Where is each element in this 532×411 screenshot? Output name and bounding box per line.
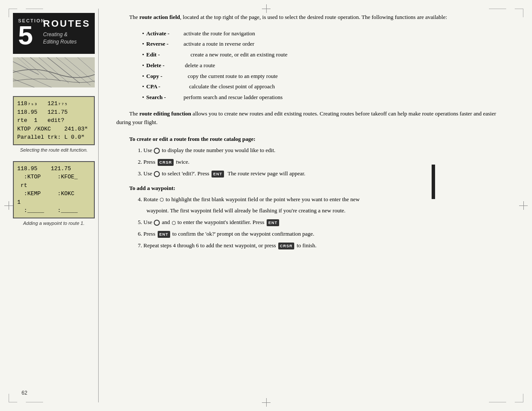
lcd1-line3: KTOP /KOKC 241.03ᴹ (17, 125, 90, 134)
lcd1-line4: Parallel trk: L 0.0ᴹ (17, 133, 90, 142)
ent-badge-3: ENT (158, 231, 170, 238)
list-item: • CPA - calculate the closest point of a… (142, 81, 510, 92)
page-number: 62 (22, 390, 27, 396)
waypoint-heading: To add a waypoint: (129, 185, 510, 192)
crosshair-bottom (262, 398, 271, 407)
step-4-cont: waypoint. The first waypoint field will … (146, 206, 510, 215)
left-panel: SECTION 5 ROUTES Creating & Editing Rout… (0, 0, 99, 411)
list-item: • Reverse - activate a route in reverse … (142, 39, 510, 50)
lcd1-line1: 118.95 121.75 (17, 108, 90, 117)
corner-mark-tr (515, 9, 523, 17)
step-6: 6. Press ENT to confirm the 'ok?' prompt… (138, 230, 510, 239)
ent-badge-2: ENT (267, 219, 279, 226)
step-7: 7. Repeat steps 4 through 6 to add the n… (138, 241, 510, 250)
lcd2-line1: 118.95 121.75 (17, 165, 90, 173)
intro-paragraph: The route action field, located at the t… (116, 13, 510, 22)
crsr-badge-2: CRSR (278, 243, 295, 249)
lcd-screen-1: 118₇ₛ₃ 121₇₇₅ 118.95 121.75 rte 1 edit? … (13, 96, 95, 145)
hline-top-left (26, 9, 43, 9)
list-item: • Delete - delete a route (142, 60, 510, 71)
corner-mark-bl (9, 394, 17, 402)
panel-divider (98, 9, 99, 402)
step-1: 1. Use to display the route number you w… (138, 146, 510, 155)
step-3: 3. Use to select 'edit?'. Press ENT The … (138, 169, 510, 178)
list-item: • Search - perform search and rescue lad… (142, 92, 510, 103)
step-2: 2. Press CRSR twice. (138, 158, 510, 167)
ent-badge: ENT (212, 171, 224, 177)
crosshair-top (262, 4, 271, 13)
lcd1-line2: rte 1 edit? (17, 116, 90, 125)
rotate-knob-icon (160, 198, 164, 202)
list-item: • Copy - copy the current route to an em… (142, 71, 510, 82)
crosshair-left (4, 201, 13, 210)
list-item: • Edit - create a new route, or edit an … (142, 50, 510, 60)
body-paragraph: The route editing function allows you to… (116, 109, 510, 128)
page: SECTION 5 ROUTES Creating & Editing Rout… (0, 0, 532, 411)
function-list: • Activate - activate the route for navi… (142, 28, 510, 103)
list-item: • Activate - activate the route for navi… (142, 28, 510, 39)
lcd2-line4: :_____ :_____ (17, 206, 90, 215)
lcd2-line3: :KEMP :KOKC 1 (17, 190, 90, 206)
routes-title: ROUTES (43, 18, 90, 29)
crsr-badge: CRSR (158, 159, 174, 166)
lcd1-caption: Selecting the route edit function. (13, 147, 95, 153)
lcd2-line2: :KTOP :KFOE_ rt (17, 173, 90, 190)
hline-top-right (489, 9, 506, 9)
knob-icon-outer (154, 220, 160, 226)
binding-bar (432, 165, 435, 199)
knob-icon-inner (172, 221, 176, 225)
routes-subtitle: Creating & Editing Routes (43, 31, 77, 46)
knob-icon (154, 171, 160, 177)
right-panel: The route action field, located at the t… (99, 0, 532, 411)
create-edit-heading: To create or edit a route from the route… (129, 136, 510, 143)
lcd1-line1: 118₇ₛ₃ 121₇₇₅ (17, 100, 90, 108)
hline-bottom-left (26, 402, 43, 402)
step-5: 5. Use and to enter the waypoint's ident… (138, 218, 510, 227)
decorative-map-lines (13, 57, 95, 87)
corner-mark-br (515, 394, 523, 402)
lcd-screen-2: 118.95 121.75 :KTOP :KFOE_ rt :KEMP :KOK… (13, 161, 95, 218)
step-4: 4. Rotate to highlight the first blank w… (138, 195, 510, 204)
knob-icon (154, 148, 160, 154)
lcd2-caption: Adding a waypoint to route 1. (13, 221, 95, 226)
section-header: SECTION 5 ROUTES Creating & Editing Rout… (13, 13, 95, 54)
hline-bottom-right (489, 402, 506, 402)
crosshair-right (519, 201, 528, 210)
